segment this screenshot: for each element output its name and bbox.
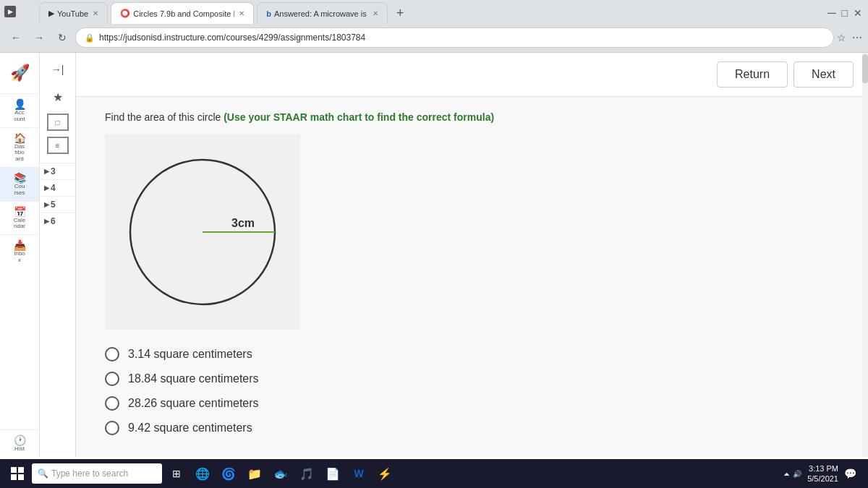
question-nav-item-6[interactable]: ▶ 6 xyxy=(40,213,75,229)
history-label: Hist xyxy=(14,446,25,453)
minimize-button[interactable]: ─ xyxy=(827,7,835,20)
radius-label: 3cm xyxy=(231,217,255,229)
taskbar-search[interactable]: 🔍 Type here to search xyxy=(32,463,162,484)
answer-option-d[interactable]: 9.42 square centimeters xyxy=(105,421,839,435)
nav-num-4: 4 xyxy=(51,183,56,193)
courses-icon: 📚 xyxy=(14,172,26,184)
collapse-nav-icon[interactable]: →| xyxy=(45,59,71,80)
taskbar: 🔍 Type here to search ⊞ 🌐 🌀 📁 🐟 🎵 📄 W ⚡ … xyxy=(0,459,868,488)
calendar-icon: 📅 xyxy=(14,206,26,218)
taskbar-word-icon[interactable]: W xyxy=(347,462,370,485)
url-box[interactable]: 🔒 https://judsonisd.instructure.com/cour… xyxy=(75,27,834,48)
tab-bar: ▶ ▶ YouTube ✕ ⭕ Circles 7.9b and Composi… xyxy=(0,0,868,23)
nav-tool-list[interactable]: ≡ xyxy=(47,137,69,154)
browser-menu-icon[interactable]: ⋯ xyxy=(852,32,862,43)
nav-arrow-6: ▶ xyxy=(44,218,49,225)
canvas-left-sidebar: 🚀 👤 Account 🏠 Dashboard 📚 Courses 📅 Cale… xyxy=(0,53,40,457)
taskbar-app3-icon[interactable]: 📄 xyxy=(321,462,344,485)
calendar-label: Calendar xyxy=(14,218,25,231)
nav-num-5: 5 xyxy=(51,200,56,210)
forward-button[interactable]: → xyxy=(29,27,49,48)
answer-option-c[interactable]: 28.26 square centimeters xyxy=(105,396,839,411)
start-button[interactable] xyxy=(6,462,29,485)
task-view-button[interactable]: ⊞ xyxy=(165,462,188,485)
browser-icon-new-tab[interactable]: ▶ xyxy=(4,6,16,17)
radio-b[interactable] xyxy=(105,372,119,386)
taskbar-edge-icon[interactable]: 🌐 xyxy=(191,462,214,485)
nav-num-6: 6 xyxy=(51,216,56,226)
add-tab-button[interactable]: + xyxy=(391,6,410,21)
tab-youtube-label: YouTube xyxy=(57,9,88,18)
account-label: Account xyxy=(14,110,25,123)
radio-d[interactable] xyxy=(105,421,119,435)
close-button[interactable]: ✕ xyxy=(854,7,862,19)
taskbar-system-icons: ⏶ 🔊 xyxy=(783,470,801,478)
answer-options: 3.14 square centimeters 18.84 square cen… xyxy=(105,347,839,435)
radio-c[interactable] xyxy=(105,396,119,411)
main-layout: 🚀 👤 Account 🏠 Dashboard 📚 Courses 📅 Cale… xyxy=(0,53,868,457)
taskbar-chrome-icon[interactable]: 🌀 xyxy=(217,462,240,485)
nav-tool-box[interactable]: □ xyxy=(47,114,69,131)
dashboard-label: Dashboard xyxy=(14,144,25,163)
content-area: Return Next Find the area of this circle… xyxy=(76,53,868,457)
tab-youtube[interactable]: ▶ YouTube ✕ xyxy=(39,2,108,24)
question-nav-item-5[interactable]: ▶ 5 xyxy=(40,196,75,213)
sidebar-item-dashboard[interactable]: 🏠 Dashboard xyxy=(0,127,39,167)
sidebar-item-history[interactable]: 🕐 Hist xyxy=(0,429,39,457)
nav-arrow-4: ▶ xyxy=(44,184,49,192)
next-button[interactable]: Next xyxy=(793,61,854,87)
taskbar-folder-icon[interactable]: 📁 xyxy=(243,462,266,485)
bookmark-icon[interactable]: ★ xyxy=(45,86,71,108)
answer-text-b: 18.84 square centimeters xyxy=(128,372,259,385)
bookmark-star-icon[interactable]: ☆ xyxy=(837,32,846,43)
return-button[interactable]: Return xyxy=(717,61,788,87)
refresh-button[interactable]: ↻ xyxy=(52,27,72,48)
tab-circles-label: Circles 7.9b and Composite Figu xyxy=(133,9,234,18)
sidebar-item-courses[interactable]: 📚 Courses xyxy=(0,167,39,201)
tab-youtube-close[interactable]: ✕ xyxy=(93,9,98,17)
sidebar-item-calendar[interactable]: 📅 Calendar xyxy=(0,201,39,235)
address-right-icons: ☆ ⋯ xyxy=(837,32,862,43)
nav-arrow-5: ▶ xyxy=(44,201,49,208)
tab-circles-close[interactable]: ✕ xyxy=(239,9,244,17)
answer-option-b[interactable]: 18.84 square centimeters xyxy=(105,372,839,386)
scrollbar-thumb[interactable] xyxy=(862,54,868,83)
taskbar-app1-icon[interactable]: 🐟 xyxy=(269,462,292,485)
dashboard-icon: 🏠 xyxy=(14,132,26,144)
back-button[interactable]: ← xyxy=(6,27,26,48)
canvas-logo: 🚀 xyxy=(5,59,34,87)
question-content: Find the area of this circle (Use your S… xyxy=(76,97,868,450)
restore-button[interactable]: □ xyxy=(842,7,848,19)
question-nav-item-3[interactable]: ▶ 3 xyxy=(40,163,75,179)
windows-icon xyxy=(11,467,24,480)
instruction-text: Find the area of this circle xyxy=(105,111,224,123)
nav-num-3: 3 xyxy=(51,166,56,176)
question-nav-item-4[interactable]: ▶ 4 xyxy=(40,179,75,196)
taskbar-app2-icon[interactable]: 🎵 xyxy=(295,462,318,485)
answer-option-a[interactable]: 3.14 square centimeters xyxy=(105,347,839,361)
lock-icon: 🔒 xyxy=(85,33,95,43)
clock: 3:13 PM 5/5/2021 xyxy=(807,463,838,484)
radio-a[interactable] xyxy=(105,347,119,361)
inbox-icon: 📥 xyxy=(14,239,26,251)
tab-answered[interactable]: b Answered: A microwave is price ✕ xyxy=(257,2,388,24)
browser-chrome: ▶ ▶ YouTube ✕ ⭕ Circles 7.9b and Composi… xyxy=(0,0,868,53)
answer-text-c: 28.26 square centimeters xyxy=(128,397,259,410)
instruction-highlight: (Use your STAAR math chart to find the c… xyxy=(224,111,494,123)
answer-text-d: 9.42 square centimeters xyxy=(128,421,252,435)
rocket-icon: 🚀 xyxy=(10,64,30,82)
vertical-scrollbar[interactable] xyxy=(862,53,868,457)
account-icon: 👤 xyxy=(14,98,26,110)
sidebar-item-account[interactable]: 👤 Account xyxy=(0,93,39,127)
history-icon: 🕐 xyxy=(14,435,26,446)
circle-svg: 3cm xyxy=(119,149,286,315)
notification-icon[interactable]: 💬 xyxy=(844,468,856,479)
taskbar-time: 3:13 PM xyxy=(807,463,838,474)
svg-rect-3 xyxy=(18,467,24,473)
taskbar-right: ⏶ 🔊 3:13 PM 5/5/2021 💬 xyxy=(783,463,862,484)
tab-answered-close[interactable]: ✕ xyxy=(373,9,378,17)
taskbar-app4-icon[interactable]: ⚡ xyxy=(373,462,396,485)
question-instruction: Find the area of this circle (Use your S… xyxy=(105,111,839,123)
tab-circles[interactable]: ⭕ Circles 7.9b and Composite Figu ✕ xyxy=(111,2,254,24)
sidebar-item-inbox[interactable]: 📥 Inbox xyxy=(0,234,39,268)
